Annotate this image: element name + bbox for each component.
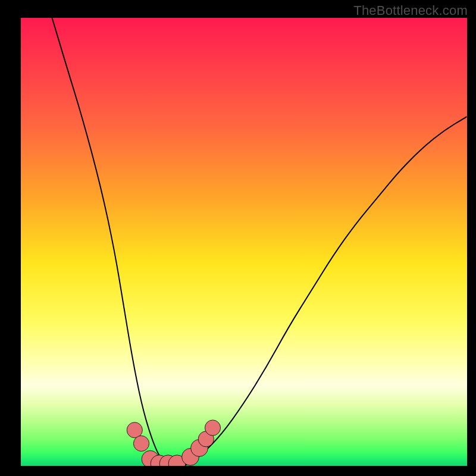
curve-marker	[133, 436, 149, 451]
watermark-text: TheBottleneck.com	[353, 3, 468, 18]
curve-marker	[205, 420, 220, 436]
plot-area	[21, 18, 467, 466]
chart-frame: TheBottleneck.com	[0, 0, 476, 476]
bottleneck-curve	[52, 18, 468, 466]
curve-marker	[127, 422, 142, 438]
bottleneck-curve-svg	[21, 18, 467, 466]
curve-markers	[127, 420, 220, 466]
